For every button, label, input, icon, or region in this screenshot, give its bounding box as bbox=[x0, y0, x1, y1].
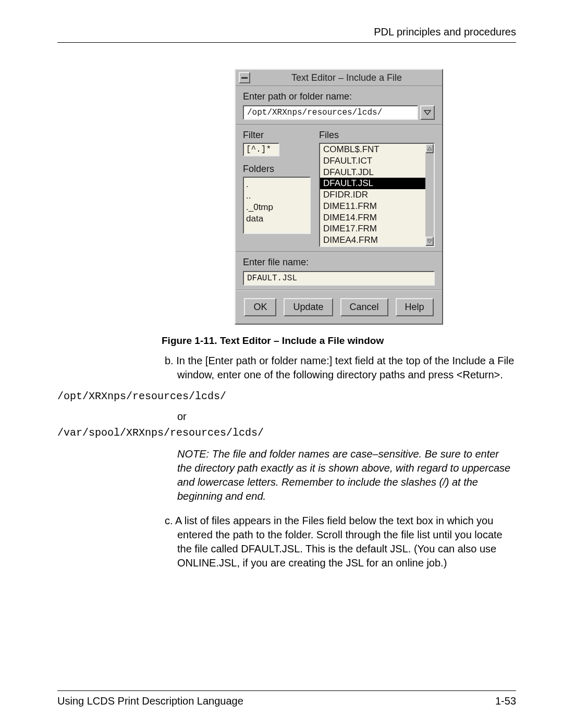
help-button[interactable]: Help bbox=[396, 298, 434, 316]
files-label: Files bbox=[319, 130, 435, 141]
files-list[interactable]: COMBL$.FNT DFAULT.ICT DFAULT.JDL DFAULT.… bbox=[319, 143, 425, 247]
filename-label: Enter file name: bbox=[243, 257, 435, 268]
path-label: Enter path or folder name: bbox=[243, 91, 435, 102]
svg-marker-0 bbox=[424, 110, 431, 115]
dropdown-icon[interactable] bbox=[420, 105, 435, 120]
folder-item[interactable]: ._0tmp bbox=[246, 202, 308, 213]
update-button[interactable]: Update bbox=[284, 298, 333, 316]
system-menu-icon[interactable] bbox=[239, 72, 250, 83]
cancel-button[interactable]: Cancel bbox=[340, 298, 388, 316]
footer-right: 1-53 bbox=[495, 695, 516, 707]
filter-label: Filter bbox=[243, 130, 311, 141]
file-item[interactable]: DIME11.FRM bbox=[320, 201, 425, 212]
step-c: c. A list of files appears in the Files … bbox=[162, 514, 516, 570]
file-item-selected[interactable]: DFAULT.JSL bbox=[320, 178, 425, 189]
note-text: NOTE: The file and folder names are case… bbox=[162, 447, 516, 503]
scroll-up-icon[interactable] bbox=[425, 144, 434, 153]
figure-caption: Figure 1-11. Text Editor – Include a Fil… bbox=[162, 335, 516, 347]
page-header: PDL principles and procedures bbox=[57, 26, 516, 43]
folder-item[interactable]: . bbox=[246, 179, 308, 190]
file-item[interactable]: COMBL$.FNT bbox=[320, 144, 425, 155]
ok-button[interactable]: OK bbox=[244, 298, 276, 316]
file-item[interactable]: DIME17.FRM bbox=[320, 223, 425, 235]
file-item[interactable]: DFIDR.IDR bbox=[320, 189, 425, 201]
folder-item[interactable]: data bbox=[246, 213, 308, 225]
file-item[interactable]: DIMEA4.FRM bbox=[320, 235, 425, 246]
filter-input[interactable]: [^.]* bbox=[243, 143, 279, 156]
or-text: or bbox=[162, 411, 516, 423]
folders-list[interactable]: . .. ._0tmp data bbox=[243, 177, 311, 234]
path-example-2: /var/spool/XRXnps/resources/lcds/ bbox=[57, 426, 516, 440]
svg-marker-1 bbox=[427, 147, 432, 150]
path-input[interactable]: /opt/XRXnps/resources/lcds/ bbox=[243, 105, 418, 120]
filename-input[interactable]: DFAULT.JSL bbox=[243, 271, 435, 286]
file-item[interactable]: DIME14.FRM bbox=[320, 212, 425, 224]
dialog-title: Text Editor – Include a File bbox=[254, 72, 439, 83]
folder-item[interactable]: .. bbox=[246, 190, 308, 202]
scrollbar[interactable] bbox=[425, 143, 435, 247]
file-item[interactable]: DFAULT.JDL bbox=[320, 167, 425, 178]
path-example-1: /opt/XRXnps/resources/lcds/ bbox=[57, 389, 516, 403]
scroll-down-icon[interactable] bbox=[425, 237, 434, 246]
svg-marker-2 bbox=[427, 240, 432, 243]
titlebar: Text Editor – Include a File bbox=[236, 70, 442, 86]
file-item[interactable]: DFAULT.ICT bbox=[320, 155, 425, 167]
folders-label: Folders bbox=[243, 164, 311, 175]
footer-left: Using LCDS Print Description Language bbox=[57, 695, 243, 707]
include-file-dialog: Text Editor – Include a File Enter path … bbox=[235, 69, 443, 325]
step-b: b. In the [Enter path or folder name:] t… bbox=[162, 354, 516, 382]
page-footer: Using LCDS Print Description Language 1-… bbox=[57, 690, 516, 707]
